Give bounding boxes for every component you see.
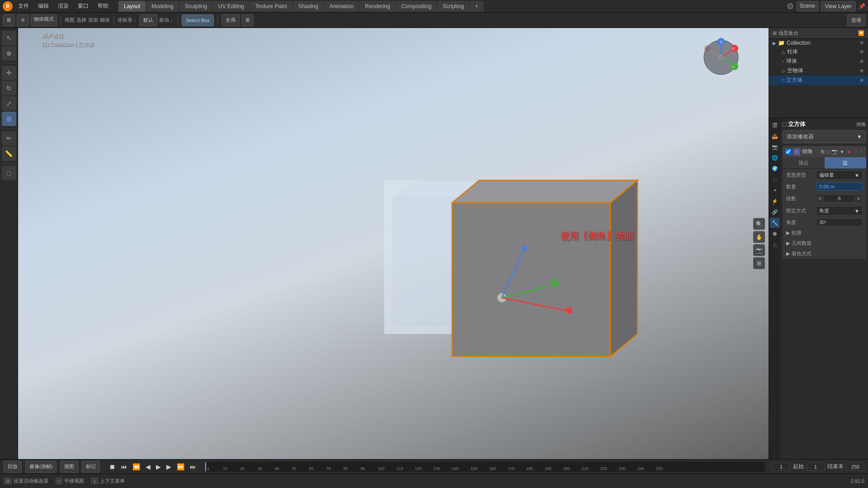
add-modifier-btn[interactable]: 添加修改器 ▼ bbox=[783, 130, 866, 143]
jump-end-btn[interactable]: ⏭ bbox=[188, 462, 198, 471]
coord-system-btn[interactable]: 默认 bbox=[139, 14, 157, 26]
tool-scale[interactable]: ⤢ bbox=[2, 96, 16, 111]
outliner-eye-1[interactable]: 👁 bbox=[859, 49, 864, 55]
tool-move[interactable]: ✛ bbox=[2, 66, 16, 80]
timeline-camera-btn[interactable]: 摄像(插帧) bbox=[25, 461, 57, 473]
end-frame-input[interactable]: 250 bbox=[846, 463, 864, 471]
tab-vertex[interactable]: 顶点 bbox=[783, 157, 825, 169]
play-btn[interactable]: ▶ bbox=[154, 462, 163, 471]
view-layer-selector[interactable]: View Layer bbox=[821, 1, 856, 11]
outliner-eye-2[interactable]: 👁 bbox=[859, 59, 864, 64]
section-shading[interactable]: ▶ 着色方式 bbox=[783, 249, 866, 259]
outliner-collection[interactable]: ▶ 📁 Collection 👁 bbox=[769, 39, 868, 47]
jump-start-btn[interactable]: ⏮ bbox=[119, 462, 129, 471]
prop-scene-icon[interactable]: 🌐 bbox=[770, 153, 780, 163]
select-label[interactable]: 选择 bbox=[76, 17, 86, 23]
prop-physics-icon[interactable]: ⚡ bbox=[770, 196, 780, 206]
timeline-track[interactable]: 1 10 20 30 40 50 60 70 80 90 100 110 120… bbox=[205, 462, 765, 472]
menu-file[interactable]: 文件 bbox=[14, 1, 33, 11]
count-input[interactable]: 0.09 m bbox=[816, 183, 863, 191]
prev-frame-btn[interactable]: ⏪ bbox=[131, 462, 142, 471]
tab-edge[interactable]: 边 bbox=[825, 157, 867, 169]
segments-increase-btn[interactable]: > bbox=[854, 193, 863, 203]
prop-view-layer-icon[interactable]: 📷 bbox=[770, 142, 780, 152]
mode-select[interactable]: 物体模式 bbox=[31, 14, 57, 26]
next-keyframe-btn[interactable]: ▶ bbox=[165, 462, 173, 471]
menu-window[interactable]: 窗口 bbox=[74, 1, 92, 11]
segments-decrease-btn[interactable]: < bbox=[816, 193, 824, 203]
modifier-icon-3[interactable]: 📷 bbox=[831, 149, 838, 155]
tab-layout[interactable]: Layout bbox=[118, 1, 146, 12]
tab-modeling[interactable]: Modeling bbox=[146, 1, 179, 12]
navigation-gizmo[interactable]: X Y Z bbox=[701, 37, 741, 79]
prop-object-icon[interactable]: □ bbox=[770, 174, 780, 184]
width-type-select[interactable]: 偏移量 ▼ bbox=[816, 170, 863, 180]
tab-sculpting[interactable]: Sculpting bbox=[179, 1, 212, 12]
current-frame-input[interactable]: 1 bbox=[772, 463, 790, 471]
tab-compositing[interactable]: Compositing bbox=[396, 1, 437, 12]
section-profile[interactable]: ▶ 轮廓 bbox=[783, 228, 866, 238]
play-stop-btn[interactable]: ⏹ bbox=[107, 462, 117, 471]
cursor-btn[interactable]: ✛ bbox=[17, 14, 29, 26]
zoom-in-btn[interactable]: 🔍 bbox=[753, 218, 765, 230]
menu-help[interactable]: 帮助 bbox=[94, 1, 112, 11]
scene-selector[interactable]: Scene bbox=[797, 1, 818, 11]
tab-scripting[interactable]: Scripting bbox=[437, 1, 469, 12]
angle-input[interactable]: 30° bbox=[816, 218, 863, 226]
menu-edit[interactable]: 编辑 bbox=[34, 1, 52, 11]
outliner-eye-0[interactable]: 👁 bbox=[859, 40, 864, 46]
modifier-icon-1[interactable]: ⊞ bbox=[821, 149, 825, 155]
mode-icon-btn[interactable]: ⊞ bbox=[3, 14, 15, 26]
tab-animation[interactable]: Animation bbox=[324, 1, 359, 12]
start-frame-input[interactable]: 1 bbox=[807, 463, 825, 471]
modifier-enabled-checkbox[interactable] bbox=[785, 149, 791, 155]
prop-modifier-icon[interactable]: 🔧 bbox=[770, 218, 780, 228]
prop-constraints-icon[interactable]: 🔗 bbox=[770, 207, 780, 217]
prop-world-icon[interactable]: 🌍 bbox=[770, 164, 780, 174]
tab-uv-editing[interactable]: UV Editing bbox=[213, 1, 250, 12]
modifier-icon-2[interactable]: □ bbox=[826, 149, 830, 155]
snap-btn[interactable]: ⊞ bbox=[241, 14, 254, 26]
next-frame-btn[interactable]: ⏩ bbox=[175, 462, 186, 471]
menu-render[interactable]: 渲染 bbox=[54, 1, 72, 11]
tool-transform[interactable]: ⊞ bbox=[2, 112, 16, 126]
limit-select[interactable]: 角度 ▼ bbox=[816, 206, 863, 216]
viewport[interactable]: 用户透视 (1) Collection | 立方体 使用【倒角】功能 X Y Z bbox=[18, 28, 769, 459]
prev-keyframe-btn[interactable]: ◀ bbox=[144, 462, 152, 471]
prop-particles-icon[interactable]: ✦ bbox=[770, 185, 780, 195]
outliner-filter-icon[interactable]: 🔽 bbox=[858, 30, 864, 36]
grid-btn[interactable]: ⊞ bbox=[753, 258, 765, 269]
segments-value[interactable]: 6 bbox=[824, 194, 854, 202]
timeline-marker-btn[interactable]: 标记 bbox=[82, 461, 100, 473]
outliner-cube[interactable]: □ 立方体 👁 bbox=[769, 75, 868, 85]
outliner-empty[interactable]: ◇ 空物体 👁 bbox=[769, 66, 868, 75]
tool-select[interactable]: ↖ bbox=[2, 31, 16, 45]
tab-texture-paint[interactable]: Texture Paint bbox=[250, 1, 292, 12]
section-geometry[interactable]: ▶ 几何数据 bbox=[783, 238, 866, 249]
tool-add-cube[interactable]: □ bbox=[2, 166, 16, 180]
object-label[interactable]: 物体 bbox=[100, 17, 110, 23]
add-label[interactable]: 添加 bbox=[88, 17, 98, 23]
tab-shading[interactable]: Shading bbox=[293, 1, 324, 12]
tool-cursor[interactable]: ⊕ bbox=[2, 46, 16, 61]
pan-btn[interactable]: ✋ bbox=[753, 231, 765, 243]
modifier-icon-4[interactable]: ▼ bbox=[840, 149, 844, 155]
camera-btn[interactable]: 📷 bbox=[753, 244, 765, 256]
tool-measure[interactable]: 📏 bbox=[2, 146, 16, 161]
proportional-btn[interactable]: 全局 bbox=[222, 14, 240, 26]
tool-rotate[interactable]: ↻ bbox=[2, 81, 16, 95]
prop-output-icon[interactable]: 📤 bbox=[770, 131, 780, 141]
tool-annotate[interactable]: ✏ bbox=[2, 131, 16, 145]
modifier-delete-btn[interactable]: ✕ bbox=[846, 148, 852, 155]
select-box-btn[interactable]: Select Box bbox=[182, 14, 214, 26]
outliner-sphere[interactable]: ○ 球体 👁 bbox=[769, 56, 868, 66]
outliner-eye-3[interactable]: 👁 bbox=[859, 68, 864, 74]
prop-shader-icon[interactable]: ⬟ bbox=[770, 229, 780, 239]
prop-data-icon[interactable]: △ bbox=[770, 239, 780, 249]
options-btn[interactable]: 选项 bbox=[847, 14, 865, 26]
timeline-view-btn[interactable]: 视图 bbox=[60, 461, 78, 473]
prop-render-icon[interactable]: 🎬 bbox=[770, 120, 780, 130]
timeline-mode-btn[interactable]: 回放 bbox=[4, 461, 22, 473]
tab-rendering[interactable]: Rendering bbox=[359, 1, 395, 12]
tab-add-workspace[interactable]: + bbox=[470, 1, 484, 12]
